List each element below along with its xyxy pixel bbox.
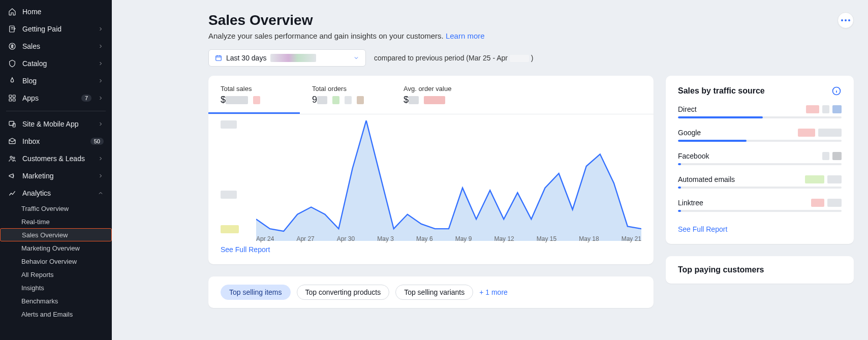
traffic-progress xyxy=(678,210,842,212)
site-icon xyxy=(8,120,16,128)
sidebar-item-label: Analytics xyxy=(22,189,91,197)
chart-svg xyxy=(256,120,641,241)
metric-tab-total-orders[interactable]: Total orders9 xyxy=(300,84,391,114)
see-full-report-link[interactable]: See Full Report xyxy=(221,245,270,254)
top-paying-customers-card: Top paying customers xyxy=(666,256,854,284)
date-range-picker[interactable]: Last 30 days xyxy=(208,49,366,67)
customers-icon xyxy=(8,154,16,163)
sidebar-item-home[interactable]: Home xyxy=(4,3,108,20)
paid-icon xyxy=(8,25,16,33)
metric-value: $ xyxy=(221,95,248,105)
svg-rect-4 xyxy=(9,99,12,101)
top-products-card: Top selling itemsTop converting products… xyxy=(208,276,654,308)
learn-more-link[interactable]: Learn more xyxy=(446,32,485,40)
redacted-chip xyxy=(822,105,829,113)
svg-point-12 xyxy=(848,19,850,21)
redacted-chip xyxy=(827,175,842,183)
sidebar-item-label: Home xyxy=(22,8,104,16)
x-tick: May 3 xyxy=(377,235,394,242)
sales-chart: Apr 24Apr 27Apr 30May 3May 6May 9May 12M… xyxy=(221,120,641,242)
chevron-down-icon xyxy=(353,55,359,61)
sidebar-item-marketing[interactable]: Marketing xyxy=(4,167,108,184)
sidebar-item-site-mobile-app[interactable]: Site & Mobile App xyxy=(4,115,108,133)
traffic-row-google: Google xyxy=(678,129,842,142)
redacted-chip xyxy=(806,105,819,113)
redacted-chip xyxy=(332,96,339,104)
traffic-see-full-report-link[interactable]: See Full Report xyxy=(678,225,727,233)
sidebar-item-sales[interactable]: Sales xyxy=(4,38,108,55)
main-content: Sales Overview Analyze your sales perfor… xyxy=(112,0,868,340)
chart-y-labels xyxy=(221,120,251,242)
redacted-chip xyxy=(798,129,815,137)
calendar-icon xyxy=(215,54,222,61)
sidebar-sub-sales-overview[interactable]: Sales Overview xyxy=(0,228,112,241)
redacted-date-detail xyxy=(270,54,316,62)
sidebar-sub-behavior-overview[interactable]: Behavior Overview xyxy=(0,255,112,268)
sidebar-divider xyxy=(6,111,106,111)
metric-value: 9 xyxy=(312,95,327,105)
sidebar-sub-alerts-and-emails[interactable]: Alerts and Emails xyxy=(0,307,112,321)
traffic-source-name: Facebook xyxy=(678,152,709,160)
sidebar-sub-marketing-overview[interactable]: Marketing Overview xyxy=(0,241,112,255)
x-tick: May 9 xyxy=(455,235,472,242)
sidebar-item-analytics[interactable]: Analytics xyxy=(4,184,108,202)
pills-more-link[interactable]: + 1 more xyxy=(479,288,508,296)
catalog-icon xyxy=(8,59,16,68)
info-icon[interactable] xyxy=(831,86,842,96)
traffic-source-name: Google xyxy=(678,129,701,137)
sidebar-sub-traffic-overview[interactable]: Traffic Overview xyxy=(0,202,112,215)
pill-top-selling-variants[interactable]: Top selling variants xyxy=(395,285,473,300)
traffic-source-card: Sales by traffic source DirectGoogleFace… xyxy=(666,76,854,244)
sales-icon xyxy=(8,42,16,50)
traffic-progress xyxy=(678,140,842,142)
pill-top-converting-products[interactable]: Top converting products xyxy=(297,285,390,300)
redacted-value xyxy=(226,96,248,104)
traffic-row-automated-emails: Automated emails xyxy=(678,175,842,189)
ellipsis-icon xyxy=(841,19,850,21)
redacted-chip xyxy=(253,96,260,104)
redacted-value xyxy=(409,96,419,104)
sidebar-sub-all-reports[interactable]: All Reports xyxy=(0,268,112,281)
sidebar-item-customers-leads[interactable]: Customers & Leads xyxy=(4,150,108,167)
metric-value: $ xyxy=(404,95,419,105)
pill-top-selling-items[interactable]: Top selling items xyxy=(221,285,291,300)
sidebar-sub-real-time[interactable]: Real-time xyxy=(0,215,112,228)
x-tick: May 21 xyxy=(622,235,641,242)
sidebar-item-blog[interactable]: Blog xyxy=(4,72,108,89)
redacted-chip xyxy=(832,105,842,113)
metric-tab-avg-order-value[interactable]: Avg. order value$ xyxy=(391,84,483,114)
redacted-chip xyxy=(827,199,842,207)
metric-tab-total-sales[interactable]: Total sales$ xyxy=(208,84,300,114)
sidebar-item-apps[interactable]: Apps7 xyxy=(4,89,108,107)
more-actions-button[interactable] xyxy=(838,12,854,28)
x-tick: Apr 30 xyxy=(337,235,355,242)
date-range-label: Last 30 days xyxy=(226,54,266,62)
sidebar-item-label: Catalog xyxy=(22,59,91,68)
sidebar-sub-benchmarks[interactable]: Benchmarks xyxy=(0,294,112,307)
svg-point-11 xyxy=(845,19,847,21)
sidebar-sub-insights[interactable]: Insights xyxy=(0,281,112,294)
svg-point-9 xyxy=(13,157,15,159)
svg-rect-3 xyxy=(13,95,15,98)
svg-rect-5 xyxy=(13,99,15,101)
sidebar-item-getting-paid[interactable]: Getting Paid xyxy=(4,20,108,38)
redacted-chip xyxy=(805,175,824,183)
page-title: Sales Overview xyxy=(208,12,485,28)
sidebar-badge: 7 xyxy=(81,95,91,102)
traffic-source-name: Automated emails xyxy=(678,175,735,183)
metric-label: Total sales xyxy=(221,85,288,92)
analytics-icon xyxy=(8,189,16,197)
sidebar-item-label: Blog xyxy=(22,77,91,85)
page-subtitle-text: Analyze your sales performance and gain … xyxy=(208,32,446,40)
page-subtitle: Analyze your sales performance and gain … xyxy=(208,32,485,40)
sidebar-item-label: Site & Mobile App xyxy=(22,120,91,128)
sidebar-item-inbox[interactable]: Inbox50 xyxy=(4,133,108,150)
compare-period-text: compared to previous period (Mar 25 - Ap… xyxy=(374,54,533,62)
sidebar-item-label: Getting Paid xyxy=(22,25,91,33)
compare-post: ) xyxy=(531,54,534,62)
inbox-icon xyxy=(8,137,16,145)
sidebar-item-catalog[interactable]: Catalog xyxy=(4,55,108,72)
apps-icon xyxy=(8,94,16,102)
sidebar-item-label: Sales xyxy=(22,42,91,50)
traffic-progress xyxy=(678,187,842,189)
